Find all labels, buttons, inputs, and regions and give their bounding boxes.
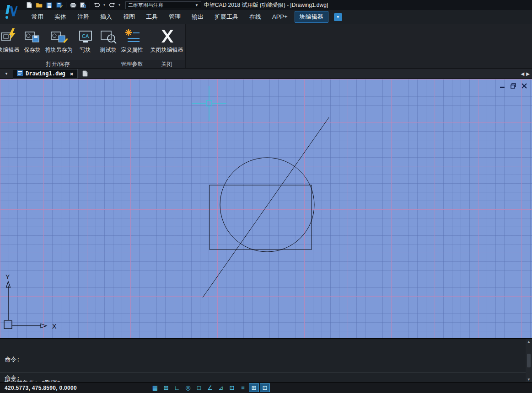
tab-nav-left-icon[interactable]: ◀ [521, 71, 525, 76]
close-block-editor-icon [157, 26, 177, 47]
panel-open-save: 块编辑器 保存块 [0, 24, 116, 68]
status-dyn-button[interactable]: ⊿ [216, 383, 226, 392]
ribbon-tab-block-editor[interactable]: 块编辑器 [295, 11, 328, 23]
redo-icon[interactable] [107, 1, 116, 9]
define-attribute-icon [122, 26, 142, 47]
undo-dropdown-icon[interactable]: ▾ [102, 3, 106, 7]
workspace-selector-value: 二维草图与注释 [128, 2, 193, 9]
redo-dropdown-icon[interactable]: ▾ [118, 3, 121, 7]
workspace-selector[interactable]: 二维草图与注释 ▼ [125, 1, 201, 9]
doc-tab-drawing1[interactable]: Drawing1.dwg × [13, 69, 78, 79]
title-bar: ▾ ▾ 二维草图与注释 ▼ 中望CAD 2018 试用版 (功能受限) - [D… [0, 0, 532, 10]
ribbon-empty-area [186, 24, 532, 68]
ribbon-tab-manage[interactable]: 管理 [164, 10, 186, 24]
ribbon-tab-output[interactable]: 输出 [187, 10, 209, 24]
toolbar-separator [90, 2, 90, 8]
ribbon-tab-view[interactable]: 视图 [118, 10, 140, 24]
status-snap-button[interactable]: ⊞ [161, 383, 171, 392]
status-model-button[interactable]: ⊡ [260, 383, 270, 392]
ribbon-tab-annotate[interactable]: 注释 [72, 10, 94, 24]
command-scrollbar[interactable]: ▲ ▼ [526, 339, 532, 382]
ucs-origin-box [4, 321, 12, 329]
open-folder-icon[interactable] [35, 1, 43, 9]
ribbon-tab-home[interactable]: 常用 [27, 10, 48, 24]
plot-preview-icon[interactable] [79, 1, 87, 9]
status-quickprop-button[interactable]: ⊡ [227, 383, 237, 392]
status-toggles: ▦ ⊞ ∟ ◎ □ ∠ ⊿ ⊡ ≡ ⊞ ⊡ [150, 383, 270, 392]
status-lineweight-button[interactable]: ≡ [238, 383, 248, 392]
test-block-icon [98, 26, 118, 47]
zwcad-logo-icon[interactable] [2, 0, 22, 22]
document-tab-bar: ▼ Drawing1.dwg × ◀ ▶ [0, 69, 532, 79]
close-block-editor-button[interactable]: 关闭块编辑器 [149, 25, 185, 59]
save-icon[interactable] [45, 1, 54, 9]
chevron-down-icon: ▼ [195, 3, 199, 7]
toolbar-separator [66, 2, 66, 8]
scrollbar-thumb[interactable] [527, 354, 531, 367]
tab-list-dropdown-icon[interactable]: ▼ [0, 72, 13, 76]
ucs-x-label: X [52, 323, 57, 330]
new-file-icon[interactable] [25, 1, 33, 9]
ucs-icon: Y X [0, 79, 73, 338]
scroll-up-icon[interactable]: ▲ [528, 340, 530, 344]
status-bar: 420.5773, 475.8590, 0.0000 ▦ ⊞ ∟ ◎ □ ∠ ⊿… [0, 382, 532, 393]
save-block-icon [22, 26, 43, 47]
doc-tab-label: Drawing1.dwg [26, 70, 65, 77]
panel-close: 关闭块编辑器 关闭 [148, 24, 186, 68]
write-block-icon: CA [75, 26, 96, 47]
status-osnap-button[interactable]: □ [194, 383, 204, 392]
ribbon-tab-insert[interactable]: 插入 [95, 10, 117, 24]
scroll-down-icon[interactable]: ▼ [528, 377, 530, 382]
ribbon-tab-bar: 常用 实体 注释 插入 视图 工具 管理 输出 扩展工具 在线 APP+ 块编辑… [0, 10, 532, 24]
new-drawing-tab-icon[interactable] [82, 70, 88, 77]
write-block-button[interactable]: CA 写块 [74, 25, 97, 59]
command-prompt-input[interactable]: 命令: [5, 374, 20, 382]
panel-label-close: 关闭 [148, 60, 185, 68]
undo-icon[interactable] [92, 1, 101, 9]
dwg-file-icon [17, 70, 23, 77]
save-block-as-button[interactable]: 将块另存为 [44, 25, 74, 59]
restore-icon[interactable] [510, 83, 516, 89]
ribbon-tab-online[interactable]: 在线 [244, 10, 266, 24]
block-editor-icon [0, 26, 19, 47]
status-polar-button[interactable]: ◎ [183, 383, 193, 392]
panel-manage-params: 定义属性 管理参数 [116, 24, 148, 68]
print-icon[interactable] [69, 1, 77, 9]
chevron-down-icon: ▼ [336, 15, 340, 19]
save-block-button[interactable]: 保存块 [21, 25, 44, 59]
close-icon[interactable] [521, 83, 527, 89]
define-attribute-button[interactable]: 定义属性 [120, 25, 145, 59]
tab-close-icon[interactable]: × [70, 71, 74, 77]
ribbon-tab-app-plus[interactable]: APP+ [267, 10, 293, 24]
ribbon-tab-solid[interactable]: 实体 [49, 10, 71, 24]
status-ortho-button[interactable]: ∟ [172, 383, 182, 392]
pickbox [206, 101, 212, 106]
ribbon-collapse-button[interactable]: ▼ [334, 13, 342, 21]
ribbon-panel-area: 块编辑器 保存块 [0, 24, 532, 69]
tab-navigation: ◀ ▶ [521, 71, 530, 76]
command-history-line: 命令: [5, 356, 60, 363]
ribbon-tab-express[interactable]: 扩展工具 [210, 10, 243, 24]
status-grid-button[interactable]: ▦ [150, 383, 160, 392]
block-editor-button[interactable]: 块编辑器 [0, 25, 21, 59]
status-otrack-button[interactable]: ∠ [205, 383, 215, 392]
status-annot-button[interactable]: ⊞ [249, 383, 259, 392]
command-line-panel: 命令: 指定对角点: *取消* 命令: _BCLOSE 命令: BEDIT 命令… [0, 338, 532, 382]
save-as-icon[interactable] [55, 1, 64, 9]
drawing-canvas[interactable]: Y X [0, 79, 532, 338]
zwcad-window: ▾ ▾ 二维草图与注释 ▼ 中望CAD 2018 试用版 (功能受限) - [D… [0, 0, 532, 393]
panel-label-open-save: 打开/保存 [0, 60, 116, 68]
panel-label-manage-params: 管理参数 [116, 60, 148, 68]
svg-text:CA: CA [82, 33, 89, 39]
minimize-icon[interactable] [499, 83, 505, 89]
command-separator [0, 372, 526, 372]
ribbon-tab-tools[interactable]: 工具 [141, 10, 163, 24]
tab-nav-right-icon[interactable]: ▶ [526, 71, 530, 76]
crosshair-cursor [0, 79, 532, 338]
coordinates-display[interactable]: 420.5773, 475.8590, 0.0000 [0, 385, 77, 391]
save-block-as-icon [49, 26, 69, 47]
ucs-y-label: Y [5, 273, 10, 281]
drawing-window-controls [499, 83, 527, 89]
